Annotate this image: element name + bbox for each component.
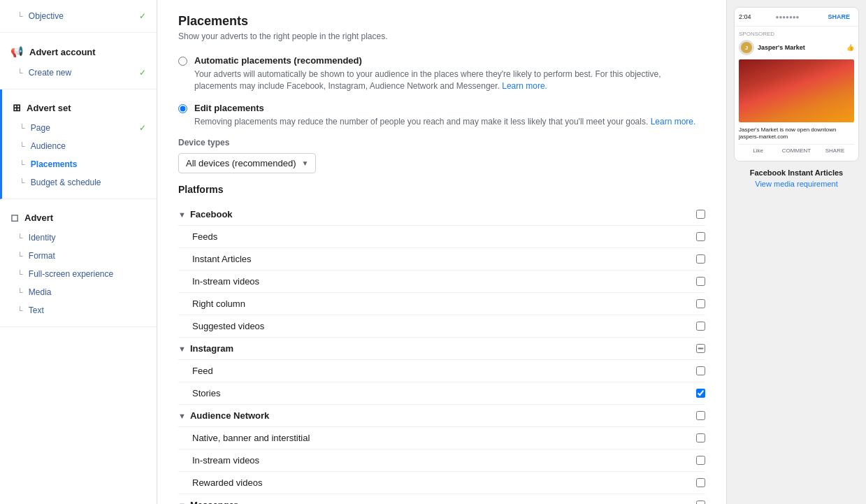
preview-like[interactable]: Like [739, 147, 777, 154]
sidebar-item-identity[interactable]: └ Identity [0, 229, 157, 247]
sidebar: └ Objective ✓ 📢 Advert account └ Create … [0, 0, 157, 504]
instagram-feed-label: Feed [192, 366, 696, 376]
advert-account-header: 📢 Advert account [0, 40, 157, 64]
edit-radio-desc: Removing placements may reduce the numbe… [194, 116, 695, 128]
messenger-checkbox[interactable] [696, 501, 705, 504]
audience-network-header[interactable]: ▼ Audience Network [178, 405, 705, 427]
edit-learn-more-link[interactable]: Learn more. [651, 117, 696, 127]
sidebar-item-text[interactable]: └ Text [0, 301, 157, 319]
preview-share[interactable]: SHARE [816, 147, 854, 154]
like-icon: 👍 [846, 44, 854, 51]
sponsored-label: SPONSORED [739, 31, 854, 37]
share-button[interactable]: SHARE [823, 10, 854, 23]
rewarded-videos-label: Rewarded videos [192, 477, 696, 488]
sidebar-item-objective[interactable]: └ Objective ✓ [0, 7, 157, 25]
instagram-stories-item: Stories [178, 382, 705, 405]
sidebar-item-create-new[interactable]: └ Create new ✓ [0, 64, 157, 82]
placements-title: Placements [178, 14, 705, 29]
chevron-down-icon: ▼ [178, 501, 186, 504]
page-label: Page [31, 123, 50, 133]
platforms-label: Platforms [178, 184, 705, 195]
preview-brand: J Jasper's Market 👍 [739, 40, 854, 55]
sidebar-item-format[interactable]: └ Format [0, 247, 157, 265]
audience-network-section: ▼ Audience Network Native, banner and in… [178, 405, 705, 494]
instant-articles-checkbox[interactable] [696, 254, 705, 264]
messenger-platform-name: Messenger [190, 500, 696, 504]
automatic-radio[interactable] [178, 57, 187, 66]
sidebar-item-audience[interactable]: └ Audience [2, 137, 157, 155]
an-in-stream-checkbox[interactable] [696, 456, 705, 465]
preview-time: 2:04 [739, 13, 751, 20]
in-stream-label: In-stream videos [192, 276, 696, 287]
automatic-radio-desc: Your adverts will automatically be shown… [194, 69, 705, 92]
in-stream-checkbox[interactable] [696, 277, 705, 286]
objective-label: Objective [29, 11, 64, 21]
messenger-section: ▼ Messenger [178, 494, 705, 504]
placements-panel: Placements Show your adverts to the righ… [157, 0, 726, 504]
preview-image-inner [739, 59, 854, 122]
svg-text:J: J [745, 45, 748, 51]
placements-subtitle: Show your adverts to the right people in… [178, 31, 705, 41]
preview-view-media-link[interactable]: View media requirement [734, 180, 859, 188]
text-label: Text [29, 305, 44, 315]
facebook-in-stream-item: In-stream videos [178, 271, 705, 293]
instagram-header[interactable]: ▼ Instagram [178, 338, 705, 360]
advert-header: ◻ Advert [0, 206, 157, 229]
sidebar-item-budget[interactable]: └ Budget & schedule [2, 173, 157, 192]
facebook-right-column-item: Right column [178, 293, 705, 315]
placements-label: Placements [31, 159, 78, 169]
automatic-placements-option: Automatic placements (recommended) Your … [178, 55, 705, 92]
messenger-header[interactable]: ▼ Messenger [178, 494, 705, 504]
media-label: Media [29, 287, 52, 297]
instagram-stories-checkbox[interactable] [696, 389, 705, 398]
right-column-checkbox[interactable] [696, 299, 705, 308]
budget-label: Budget & schedule [31, 178, 101, 187]
instagram-checkbox[interactable] [696, 344, 705, 353]
facebook-header[interactable]: ▼ Facebook [178, 203, 705, 226]
suggested-videos-checkbox[interactable] [696, 322, 705, 331]
rewarded-videos-checkbox[interactable] [696, 478, 705, 487]
advert-set-icon: ⊞ [13, 102, 21, 113]
device-dropdown[interactable]: All devices (recommended) ▼ [178, 153, 316, 173]
preview-content: SPONSORED J Jasper's Market 👍 Jasper's M… [735, 27, 858, 161]
an-in-stream-item: In-stream videos [178, 449, 705, 472]
chevron-down-icon: ▼ [302, 159, 309, 167]
preview-comment[interactable]: COMMENT [777, 147, 816, 154]
edit-radio-label: Edit placements [194, 103, 695, 113]
advert-set-header: ⊞ Advert set [2, 96, 157, 119]
instagram-stories-label: Stories [192, 388, 696, 398]
edit-radio[interactable] [178, 104, 187, 113]
chevron-down-icon: ▼ [178, 412, 186, 420]
preview-ad-text: Jasper's Market is now open downtown jas… [739, 127, 854, 141]
advert-set-section: ⊞ Advert set └ Page ✓ └ Audience └ Place… [0, 89, 157, 199]
feeds-checkbox[interactable] [696, 232, 705, 241]
advert-section: ◻ Advert └ Identity └ Format └ Full-scre… [0, 199, 157, 327]
facebook-instant-articles-item: Instant Articles [178, 248, 705, 271]
instagram-feed-checkbox[interactable] [696, 366, 705, 375]
sidebar-item-page[interactable]: └ Page ✓ [2, 119, 157, 137]
facebook-checkbox[interactable] [696, 210, 705, 219]
preview-phone-header: 2:04 ●●●●●●● SHARE [735, 8, 858, 27]
native-banner-checkbox[interactable] [696, 433, 705, 442]
automatic-learn-more-link[interactable]: Learn more. [502, 81, 547, 91]
sidebar-item-media[interactable]: └ Media [0, 283, 157, 301]
audience-network-checkbox[interactable] [696, 411, 705, 420]
main-content: Placements Show your adverts to the righ… [157, 0, 726, 504]
create-new-label: Create new [29, 68, 71, 78]
preview-panel: 2:04 ●●●●●●● SHARE SPONSORED J Jasper's … [726, 0, 866, 504]
sidebar-item-placements[interactable]: └ Placements [2, 155, 157, 173]
brand-name: Jasper's Market [758, 44, 805, 51]
sidebar-item-fullscreen[interactable]: └ Full-screen experience [0, 265, 157, 283]
facebook-section: ▼ Facebook Feeds Instant Articles In-str… [178, 203, 705, 338]
feeds-label: Feeds [192, 231, 696, 242]
an-in-stream-label: In-stream videos [192, 455, 696, 466]
automatic-label[interactable]: Automatic placements (recommended) Your … [194, 55, 705, 92]
edit-label[interactable]: Edit placements Removing placements may … [194, 103, 695, 128]
advert-account-label: Advert account [29, 47, 96, 57]
advert-icon: ◻ [10, 212, 19, 223]
audience-label: Audience [31, 141, 66, 151]
native-banner-label: Native, banner and interstitial [192, 433, 696, 443]
fullscreen-label: Full-screen experience [29, 269, 113, 279]
facebook-feeds-item: Feeds [178, 226, 705, 248]
device-types-label: Device types [178, 138, 705, 147]
